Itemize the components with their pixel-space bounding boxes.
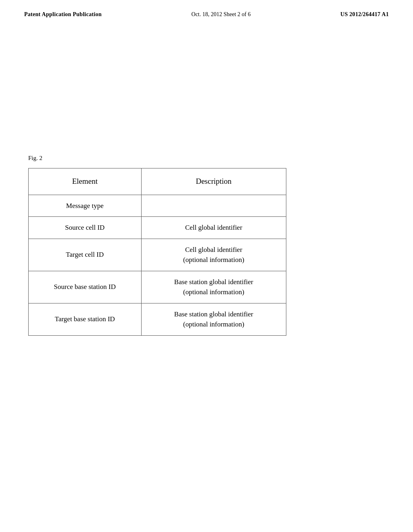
- table-row: Source base station ID Base station glob…: [29, 271, 286, 303]
- column-header-description: Description: [141, 168, 286, 195]
- row-message-type-element: Message type: [29, 195, 142, 217]
- data-table: Element Description Message type Source …: [28, 168, 286, 336]
- row-message-type-description: [141, 195, 286, 217]
- row-source-base-station-id-description: Base station global identifier(optional …: [141, 271, 286, 303]
- page-header: Patent Application Publication Oct. 18, …: [0, 0, 413, 18]
- figure-label: Fig. 2: [28, 155, 389, 162]
- table-row: Message type: [29, 195, 286, 217]
- page-content: Fig. 2 Element Description Message type …: [0, 18, 413, 336]
- row-source-cell-id-description: Cell global identifier: [141, 217, 286, 239]
- table-header-row: Element Description: [29, 168, 286, 195]
- row-target-cell-id-element: Target cell ID: [29, 239, 142, 271]
- row-target-cell-id-description: Cell global identifier(optional informat…: [141, 239, 286, 271]
- row-source-cell-id-element: Source cell ID: [29, 217, 142, 239]
- table-row: Target cell ID Cell global identifier(op…: [29, 239, 286, 271]
- row-source-base-station-id-element: Source base station ID: [29, 271, 142, 303]
- header-patent-number: US 2012/264417 A1: [340, 11, 389, 18]
- header-date-sheet: Oct. 18, 2012 Sheet 2 of 6: [192, 11, 251, 18]
- header-publication-label: Patent Application Publication: [24, 11, 102, 18]
- row-target-base-station-id-element: Target base station ID: [29, 303, 142, 335]
- table-row: Target base station ID Base station glob…: [29, 303, 286, 335]
- table-row: Source cell ID Cell global identifier: [29, 217, 286, 239]
- column-header-element: Element: [29, 168, 142, 195]
- row-target-base-station-id-description: Base station global identifier(optional …: [141, 303, 286, 335]
